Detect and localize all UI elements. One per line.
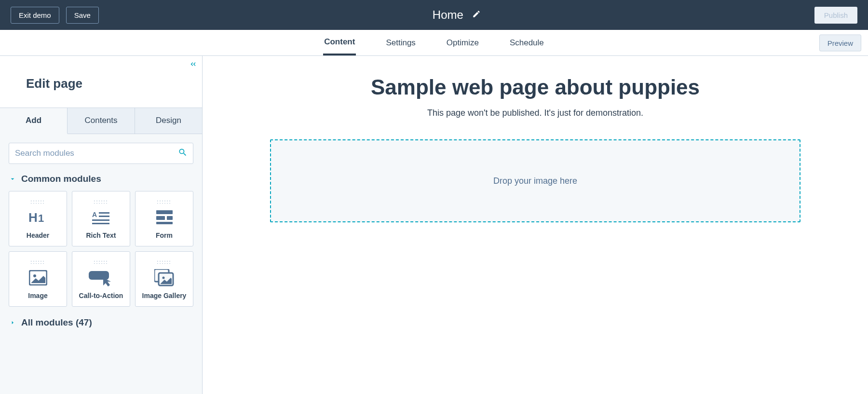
section-all-modules-header[interactable]: All modules (47): [9, 317, 193, 328]
svg-rect-7: [156, 210, 173, 214]
module-label: Rich Text: [86, 231, 116, 239]
module-label: Form: [156, 231, 173, 239]
drag-handle-icon: ::::::: [157, 199, 171, 204]
svg-rect-6: [92, 223, 109, 224]
svg-point-12: [33, 274, 36, 277]
topbar-right: Publish: [814, 7, 857, 24]
canvas-subtitle[interactable]: This page won't be published. It's just …: [270, 108, 800, 118]
svg-rect-4: [99, 216, 109, 217]
drag-handle-icon: ::::::: [157, 259, 171, 265]
svg-rect-13: [89, 271, 109, 280]
dropzone-text: Drop your image here: [493, 176, 577, 186]
topbar: Exit demo Save Home Publish: [0, 0, 868, 30]
sidebar-tab-design[interactable]: Design: [135, 108, 202, 134]
module-image[interactable]: :::::: Image: [9, 251, 67, 307]
module-rich-text[interactable]: :::::: A Rich Text: [72, 191, 130, 246]
section-common-modules-title: Common modules: [21, 174, 101, 184]
tab-settings[interactable]: Settings: [385, 30, 416, 55]
sidebar: Edit page Add Contents Design Common mod…: [0, 56, 203, 394]
drag-handle-icon: ::::::: [94, 199, 108, 204]
exit-demo-button[interactable]: Exit demo: [11, 7, 59, 24]
sidebar-tab-contents[interactable]: Contents: [68, 108, 135, 134]
search-wrap: [9, 143, 193, 164]
svg-rect-9: [167, 216, 173, 220]
header-icon: H1: [28, 208, 48, 227]
page-title: Home: [433, 8, 463, 22]
navtabs-center: Content Settings Optimize Schedule: [323, 30, 545, 55]
section-common-modules-header[interactable]: Common modules: [9, 174, 193, 184]
module-label: Image: [28, 292, 47, 299]
collapse-sidebar-icon[interactable]: [189, 60, 197, 70]
svg-text:A: A: [92, 211, 97, 218]
sidebar-header: Edit page: [0, 56, 202, 108]
svg-text:H: H: [28, 210, 38, 225]
canvas: Sample web page about puppies This page …: [203, 56, 868, 394]
svg-text:1: 1: [38, 212, 44, 224]
canvas-title[interactable]: Sample web page about puppies: [270, 75, 800, 99]
image-gallery-icon: [154, 269, 175, 287]
sidebar-tab-add[interactable]: Add: [0, 108, 68, 134]
module-label: Call-to-Action: [79, 292, 123, 299]
publish-button[interactable]: Publish: [814, 7, 857, 24]
canvas-inner: Sample web page about puppies This page …: [270, 75, 800, 222]
sidebar-body: Common modules :::::: H1 Header :::::: A: [0, 134, 202, 394]
preview-button[interactable]: Preview: [819, 34, 861, 51]
edit-title-icon[interactable]: [472, 10, 481, 20]
image-dropzone[interactable]: Drop your image here: [270, 139, 800, 222]
modules-grid: :::::: H1 Header :::::: A Rich Text ::: [9, 191, 193, 307]
module-cta[interactable]: :::::: Call-to-Action: [72, 251, 130, 307]
tab-optimize[interactable]: Optimize: [446, 30, 480, 55]
save-button[interactable]: Save: [66, 7, 99, 24]
svg-rect-5: [92, 219, 109, 221]
drag-handle-icon: ::::::: [94, 259, 108, 265]
form-icon: [156, 208, 173, 227]
svg-point-16: [162, 276, 164, 279]
module-image-gallery[interactable]: :::::: Image Gallery: [135, 251, 193, 307]
navtabs-row: Content Settings Optimize Schedule Previ…: [0, 30, 868, 56]
drag-handle-icon: ::::::: [30, 199, 45, 204]
search-icon[interactable]: [178, 148, 188, 159]
topbar-center: Home: [433, 8, 481, 22]
rich-text-icon: A: [92, 208, 110, 227]
svg-rect-8: [156, 216, 165, 220]
module-header[interactable]: :::::: H1 Header: [9, 191, 67, 246]
tab-content[interactable]: Content: [323, 30, 356, 55]
workspace: Edit page Add Contents Design Common mod…: [0, 56, 868, 394]
topbar-left: Exit demo Save: [11, 7, 99, 24]
module-label: Header: [27, 231, 49, 239]
cta-icon: [89, 269, 114, 287]
drag-handle-icon: ::::::: [30, 259, 45, 265]
image-icon: [29, 269, 47, 287]
search-input[interactable]: [9, 143, 193, 164]
tab-schedule[interactable]: Schedule: [509, 30, 545, 55]
chevron-right-icon: [9, 319, 16, 326]
module-form[interactable]: :::::: Form: [135, 191, 193, 246]
svg-rect-3: [99, 212, 109, 214]
module-label: Image Gallery: [142, 292, 187, 299]
chevron-down-icon: [9, 175, 16, 183]
sidebar-title: Edit page: [26, 76, 202, 91]
section-all-modules-title: All modules (47): [21, 317, 92, 328]
svg-rect-10: [156, 222, 173, 224]
sidebar-tabs: Add Contents Design: [0, 108, 202, 134]
